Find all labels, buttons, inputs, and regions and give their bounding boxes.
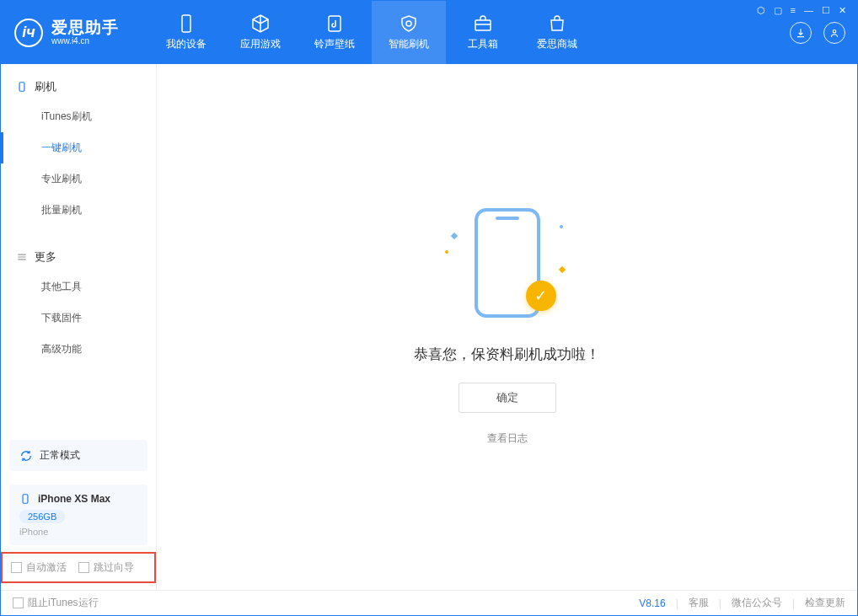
check-badge-icon: ✓: [526, 281, 556, 311]
sidebar-head-more: 更多: [1, 243, 156, 271]
svg-rect-5: [23, 495, 28, 504]
feedback-icon[interactable]: ⬡: [757, 5, 765, 16]
checkbox-label: 自动激活: [26, 560, 67, 575]
user-icon: [829, 27, 840, 39]
sidebar-item-itunes-flash[interactable]: iTunes刷机: [1, 101, 156, 132]
separator: |: [676, 597, 678, 609]
device-mode-box[interactable]: 正常模式: [9, 440, 147, 471]
nav-tabs: 我的设备 应用游戏 铃声壁纸 智能刷机 工具箱 爱思商城: [149, 1, 594, 64]
sidebar-section-title: 更多: [35, 249, 56, 265]
view-log-link[interactable]: 查看日志: [487, 431, 528, 446]
sidebar-section-flash: 刷机 iTunes刷机 一键刷机 专业刷机 批量刷机: [1, 64, 156, 234]
bag-icon: [547, 13, 567, 34]
separator: |: [719, 597, 721, 609]
svg-rect-0: [182, 15, 190, 32]
device-capacity: 256GB: [19, 510, 65, 523]
sparkle-icon: [558, 266, 565, 273]
sidebar-item-other-tools[interactable]: 其他工具: [1, 271, 156, 303]
checkbox-auto-activate[interactable]: 自动激活: [11, 560, 67, 575]
main-content: ✓ 恭喜您，保资料刷机成功啦！ 确定 查看日志: [157, 64, 857, 590]
success-message: 恭喜您，保资料刷机成功啦！: [414, 345, 600, 364]
sparkle-dot-icon: [559, 224, 564, 229]
tab-flash[interactable]: 智能刷机: [372, 1, 446, 64]
toolbox-icon: [473, 13, 493, 34]
download-icon: [795, 27, 807, 39]
tab-label: 应用游戏: [240, 37, 281, 51]
sidebar-section-more: 更多 其他工具 下载固件 高级功能: [1, 234, 156, 373]
tab-label: 智能刷机: [389, 37, 429, 51]
logo-icon: iч: [14, 19, 43, 47]
sidebar-section-title: 刷机: [35, 79, 56, 94]
separator: |: [792, 597, 795, 609]
header: iч 爱思助手 www.i4.cn 我的设备 应用游戏 铃声壁纸 智能刷机 工具…: [1, 1, 857, 64]
body: 刷机 iTunes刷机 一键刷机 专业刷机 批量刷机 更多 其他工具 下载固件 …: [1, 64, 857, 590]
tab-toolbox[interactable]: 工具箱: [446, 1, 520, 64]
svg-rect-4: [19, 83, 24, 92]
menu-icon[interactable]: ≡: [791, 5, 796, 16]
sidebar-item-advanced[interactable]: 高级功能: [1, 334, 156, 365]
logo-text: 爱思助手 www.i4.cn: [51, 19, 119, 46]
app-title: 爱思助手: [51, 19, 119, 37]
phone-small-icon: [19, 493, 31, 505]
tab-apps[interactable]: 应用游戏: [223, 1, 298, 64]
device-name: iPhone XS Max: [38, 493, 110, 505]
sidebar-head-flash: 刷机: [1, 72, 156, 101]
tab-my-device[interactable]: 我的设备: [149, 1, 223, 64]
device-type: iPhone: [19, 527, 137, 537]
phone-icon: [176, 13, 196, 34]
svg-rect-2: [475, 20, 491, 30]
maximize-button[interactable]: ☐: [822, 5, 830, 16]
checkbox-icon: [11, 562, 22, 573]
success-illustration: ✓: [457, 208, 558, 326]
music-file-icon: [324, 13, 345, 34]
cube-icon: [250, 13, 271, 34]
tab-label: 铃声壁纸: [314, 37, 355, 51]
tab-label: 爱思商城: [537, 37, 577, 51]
checkbox-label: 跳过向导: [94, 560, 134, 575]
tab-label: 工具箱: [468, 37, 498, 51]
titlebar-controls: ⬡ ▢ ≡ — ☐ ✕: [757, 5, 846, 16]
version-label: V8.16: [639, 597, 665, 609]
footer-link-update[interactable]: 检查更新: [805, 596, 845, 610]
svg-rect-1: [329, 16, 341, 31]
tab-store[interactable]: 爱思商城: [520, 1, 594, 64]
device-mode-label: 正常模式: [40, 448, 80, 463]
tab-label: 我的设备: [166, 37, 206, 51]
logo-area: iч 爱思助手 www.i4.cn: [1, 1, 132, 64]
svg-point-3: [833, 29, 836, 33]
device-icon: [16, 81, 28, 93]
footer-link-support[interactable]: 客服: [689, 596, 709, 610]
device-info-box[interactable]: iPhone XS Max 256GB iPhone: [9, 485, 147, 545]
sidebar-item-download-firmware[interactable]: 下载固件: [1, 303, 156, 334]
user-button[interactable]: [823, 22, 845, 44]
close-button[interactable]: ✕: [839, 5, 846, 16]
sidebar-item-oneclick-flash[interactable]: 一键刷机: [1, 132, 156, 163]
app-subtitle: www.i4.cn: [51, 36, 119, 46]
sync-icon: [19, 449, 33, 463]
minimize-button[interactable]: —: [804, 5, 813, 16]
ok-button[interactable]: 确定: [458, 383, 556, 413]
checkbox-icon: [78, 562, 89, 573]
refresh-shield-icon: [399, 13, 419, 34]
sparkle-icon: [450, 233, 457, 239]
footer-link-wechat[interactable]: 微信公众号: [732, 596, 782, 610]
footer: 阻止iTunes运行 V8.16 | 客服 | 微信公众号 | 检查更新: [1, 590, 857, 615]
sidebar-item-pro-flash[interactable]: 专业刷机: [1, 163, 156, 195]
tab-ringtones[interactable]: 铃声壁纸: [298, 1, 372, 64]
sidebar: 刷机 iTunes刷机 一键刷机 专业刷机 批量刷机 更多 其他工具 下载固件 …: [1, 64, 157, 590]
checkbox-block-itunes[interactable]: 阻止iTunes运行: [13, 596, 99, 610]
checkbox-label: 阻止iTunes运行: [28, 596, 99, 610]
sidebar-item-batch-flash[interactable]: 批量刷机: [1, 195, 156, 226]
sidebar-options-highlighted: 自动激活 跳过向导: [1, 552, 156, 583]
download-button[interactable]: [790, 22, 812, 44]
device-name-row: iPhone XS Max: [19, 493, 137, 505]
checkbox-skip-guide[interactable]: 跳过向导: [78, 560, 134, 575]
sparkle-dot-icon: [444, 249, 449, 254]
checkbox-icon: [13, 597, 24, 608]
list-icon: [16, 251, 28, 263]
skin-icon[interactable]: ▢: [774, 5, 782, 16]
